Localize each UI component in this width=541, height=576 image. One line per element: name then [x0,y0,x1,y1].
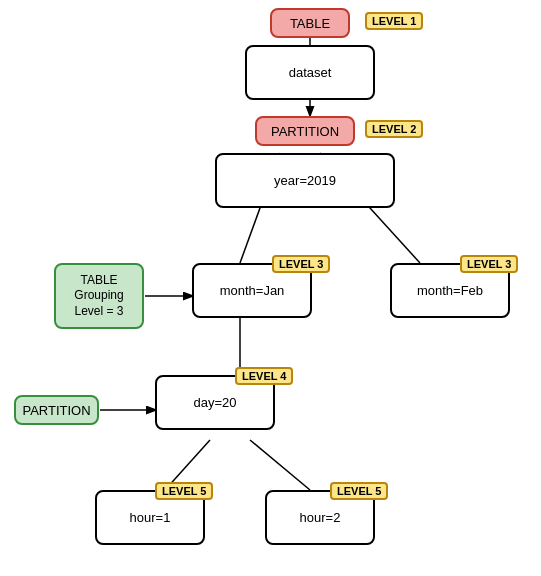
partition-green-node: PARTITION [14,395,99,425]
month-feb-label: month=Feb [417,283,483,298]
hour1-label: hour=1 [130,510,171,525]
level4-label: LEVEL 4 [242,370,286,382]
grouping-node: TABLEGroupingLevel = 3 [54,263,144,329]
level3-feb-label: LEVEL 3 [467,258,511,270]
level1-label: LEVEL 1 [372,15,416,27]
day20-label: day=20 [193,395,236,410]
table-label: TABLE [290,16,330,31]
svg-line-7 [250,440,310,490]
level5-hour2-badge: LEVEL 5 [330,482,388,500]
dataset-node: dataset [245,45,375,100]
level2-badge: LEVEL 2 [365,120,423,138]
month-jan-label: month=Jan [220,283,285,298]
level1-badge: LEVEL 1 [365,12,423,30]
level2-label: LEVEL 2 [372,123,416,135]
table-node: TABLE [270,8,350,38]
diagram: TABLE LEVEL 1 dataset PARTITION LEVEL 2 … [0,0,541,576]
level5-hour2-label: LEVEL 5 [337,485,381,497]
partition1-node: PARTITION [255,116,355,146]
year-label: year=2019 [274,173,336,188]
level3-jan-label: LEVEL 3 [279,258,323,270]
dataset-label: dataset [289,65,332,80]
level5-hour1-label: LEVEL 5 [162,485,206,497]
year-node: year=2019 [215,153,395,208]
partition-green-label: PARTITION [22,403,90,418]
hour2-label: hour=2 [300,510,341,525]
partition1-label: PARTITION [271,124,339,139]
level4-badge: LEVEL 4 [235,367,293,385]
level3-feb-badge: LEVEL 3 [460,255,518,273]
grouping-label: TABLEGroupingLevel = 3 [74,273,123,320]
level5-hour1-badge: LEVEL 5 [155,482,213,500]
level3-jan-badge: LEVEL 3 [272,255,330,273]
